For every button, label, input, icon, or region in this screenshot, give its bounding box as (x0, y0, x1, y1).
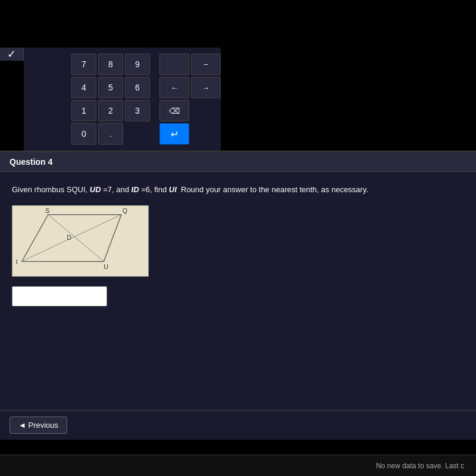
question-text: Given rhombus SQUI, UD =7, and ID =6, fi… (12, 184, 464, 196)
svg-text:I: I (16, 258, 18, 265)
key-decimal[interactable]: . (98, 123, 123, 145)
numpad-row-1: 7 8 9 (71, 54, 150, 75)
key-8[interactable]: 8 (98, 54, 123, 75)
key-right-arrow[interactable]: → (191, 77, 221, 98)
key-enter[interactable]: ↵ (159, 123, 189, 145)
func-row-3: ⌫ (159, 100, 221, 121)
numpad-row-3: 1 2 3 (71, 100, 150, 121)
top-black-bar (0, 0, 476, 48)
question-header: Question 4 (0, 152, 476, 172)
footer-bar: No new data to save. Last c (0, 455, 476, 476)
left-panel-strip: ✓ (0, 48, 24, 61)
key-7[interactable]: 7 (71, 54, 96, 75)
rhombus-diagram: S Q I U D (12, 205, 149, 277)
svg-line-1 (48, 214, 104, 261)
key-5[interactable]: 5 (98, 77, 123, 98)
keypad-wrapper: ✓ 7 8 9 4 5 6 1 2 3 0 . (0, 48, 476, 151)
key-left-arrow[interactable]: ← (159, 77, 189, 98)
keypad-area: 7 8 9 4 5 6 1 2 3 0 . − (24, 48, 221, 151)
key-blank[interactable] (159, 54, 189, 75)
svg-text:D: D (67, 234, 71, 241)
func-row-1: − (159, 54, 221, 75)
key-2[interactable]: 2 (98, 100, 123, 121)
key-minus[interactable]: − (191, 54, 221, 75)
rhombus-svg: S Q I U D (12, 206, 148, 276)
key-3[interactable]: 3 (125, 100, 150, 121)
key-9[interactable]: 9 (125, 54, 150, 75)
key-0[interactable]: 0 (71, 123, 96, 145)
key-6[interactable]: 6 (125, 77, 150, 98)
main-content: Given rhombus SQUI, UD =7, and ID =6, fi… (0, 172, 476, 410)
previous-button[interactable]: ◄ Previous (10, 416, 67, 434)
question-label: Question 4 (10, 157, 52, 167)
svg-text:Q: Q (123, 206, 127, 214)
answer-input[interactable] (12, 286, 107, 306)
navigation-section: ◄ Previous (0, 410, 476, 440)
footer-text: No new data to save. Last c (376, 462, 464, 470)
svg-text:S: S (45, 206, 49, 214)
numpad-row-2: 4 5 6 (71, 77, 150, 98)
numpad-grid: 7 8 9 4 5 6 1 2 3 0 . (71, 54, 150, 145)
func-row-2: ← → (159, 77, 221, 98)
numpad-row-4: 0 . (71, 123, 150, 145)
function-keys: − ← → ⌫ ↵ (159, 54, 221, 145)
key-backspace[interactable]: ⌫ (159, 100, 189, 121)
func-row-4: ↵ (159, 123, 221, 145)
checkmark-icon: ✓ (7, 48, 16, 61)
key-1[interactable]: 1 (71, 100, 96, 121)
key-4[interactable]: 4 (71, 77, 96, 98)
svg-text:U: U (104, 263, 108, 270)
